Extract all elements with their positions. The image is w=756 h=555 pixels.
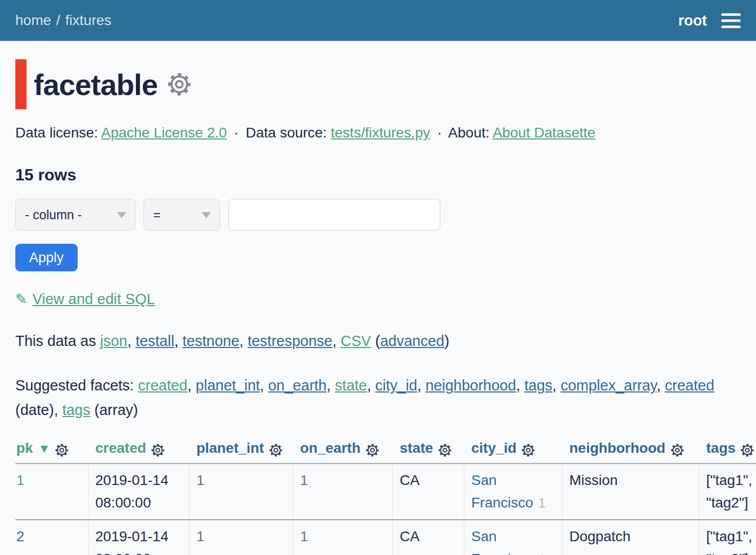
column-gear-icon[interactable] bbox=[522, 444, 535, 457]
export-link-testresponse[interactable]: testresponse bbox=[248, 333, 333, 349]
sql-line: ✎View and edit SQL bbox=[15, 291, 741, 308]
facet-link-created-date[interactable]: created bbox=[665, 377, 715, 394]
city-link[interactable]: San Francisco bbox=[471, 528, 533, 555]
dot-separator: · bbox=[437, 125, 442, 141]
column-gear-icon[interactable] bbox=[438, 444, 452, 457]
filter-value-input[interactable] bbox=[228, 199, 440, 230]
filter-column-select[interactable]: - column - bbox=[15, 199, 135, 230]
table-row: 2 2019-01-14 08:00:00 1 1 CA San Francis… bbox=[15, 520, 756, 555]
page-title: facetable bbox=[34, 67, 157, 102]
export-link-advanced[interactable]: advanced bbox=[380, 333, 444, 349]
cell-planet-int: 1 bbox=[189, 464, 293, 520]
export-line: This data as json, testall, testnone, te… bbox=[15, 330, 741, 352]
column-header-pk: pk▼ bbox=[15, 437, 88, 464]
column-header-city-id-link[interactable]: city_id bbox=[471, 440, 517, 456]
column-gear-icon[interactable] bbox=[741, 444, 754, 457]
city-id-value: 1 bbox=[538, 496, 546, 510]
cell-state: CA bbox=[392, 520, 464, 555]
title-accent-bar bbox=[15, 59, 27, 109]
column-header-created: created bbox=[88, 437, 189, 464]
cell-neighborhood: Dogpatch bbox=[562, 520, 699, 555]
city-link[interactable]: San Francisco bbox=[471, 472, 533, 511]
breadcrumb-home-link[interactable]: home bbox=[15, 12, 51, 28]
rows-table: pk▼ created planet_int on_earth state bbox=[15, 437, 756, 555]
facet-link-tags-array[interactable]: tags bbox=[62, 402, 90, 418]
facet-link-state[interactable]: state bbox=[335, 377, 367, 394]
facet-link-planet-int[interactable]: planet_int bbox=[196, 377, 260, 394]
top-nav-bar: home/fixtures root bbox=[0, 0, 756, 41]
row-count-heading: 15 rows bbox=[15, 166, 741, 184]
facet-suffix: (date) bbox=[15, 402, 54, 418]
export-link-json[interactable]: json bbox=[100, 333, 127, 349]
column-header-created-link[interactable]: created bbox=[96, 440, 147, 456]
separator: , bbox=[333, 333, 341, 349]
column-header-tags: tags bbox=[699, 437, 756, 464]
row-pk-link[interactable]: 2 bbox=[16, 528, 25, 544]
city-id-value: 1 bbox=[538, 552, 546, 555]
facet-link-created[interactable]: created bbox=[138, 377, 187, 394]
export-link-testall[interactable]: testall bbox=[135, 333, 174, 349]
column-header-neighborhood: neighborhood bbox=[562, 437, 699, 464]
column-gear-icon[interactable] bbox=[55, 444, 68, 457]
license-link[interactable]: Apache License 2.0 bbox=[101, 125, 227, 141]
facet-link-city-id[interactable]: city_id bbox=[375, 377, 417, 394]
paren-open: ( bbox=[375, 333, 381, 349]
cell-tags: ["tag1", "tag2"] bbox=[699, 464, 756, 520]
apply-button[interactable]: Apply bbox=[15, 244, 78, 271]
cell-neighborhood: Mission bbox=[562, 464, 699, 520]
column-header-planet-int-link[interactable]: planet_int bbox=[197, 440, 264, 456]
column-header-state: state bbox=[392, 437, 464, 464]
cell-city-id: San Francisco1 bbox=[464, 464, 562, 520]
separator: , bbox=[260, 377, 268, 394]
table-row: 1 2019-01-14 08:00:00 1 1 CA San Francis… bbox=[15, 464, 756, 520]
separator: , bbox=[417, 377, 426, 394]
paren-close: ) bbox=[444, 333, 450, 349]
rows-table-wrapper: pk▼ created planet_int on_earth state bbox=[15, 437, 756, 555]
column-gear-icon[interactable] bbox=[366, 444, 379, 457]
metadata-line: Data license: Apache License 2.0 · Data … bbox=[15, 123, 741, 143]
column-header-neighborhood-link[interactable]: neighborhood bbox=[570, 440, 666, 456]
column-header-on-earth-link[interactable]: on_earth bbox=[300, 440, 361, 456]
column-gear-icon[interactable] bbox=[671, 444, 684, 457]
separator: , bbox=[240, 333, 248, 349]
cell-created: 2019-01-14 08:00:00 bbox=[88, 464, 189, 520]
cell-on-earth: 1 bbox=[293, 464, 392, 520]
separator: , bbox=[54, 402, 62, 418]
separator: , bbox=[656, 377, 665, 394]
breadcrumb: home/fixtures bbox=[15, 12, 111, 29]
separator: , bbox=[552, 377, 560, 394]
cell-created: 2019-01-14 08:00:00 bbox=[88, 520, 189, 555]
export-link-testnone[interactable]: testnone bbox=[182, 333, 239, 349]
facet-link-neighborhood[interactable]: neighborhood bbox=[426, 377, 516, 394]
source-label: Data source: bbox=[246, 125, 327, 141]
column-gear-icon[interactable] bbox=[269, 444, 282, 457]
facet-link-complex-array[interactable]: complex_array bbox=[560, 377, 656, 394]
filter-operator-select[interactable]: = bbox=[144, 199, 220, 230]
source-link[interactable]: tests/fixtures.py bbox=[331, 125, 431, 141]
column-header-state-link[interactable]: state bbox=[400, 440, 433, 456]
breadcrumb-fixtures-link[interactable]: fixtures bbox=[65, 12, 111, 28]
column-header-pk-link[interactable]: pk bbox=[16, 440, 33, 456]
table-header-row: pk▼ created planet_int on_earth state bbox=[15, 437, 756, 464]
facet-suffix: (array) bbox=[90, 402, 138, 418]
sort-desc-icon: ▼ bbox=[38, 442, 51, 455]
separator: , bbox=[127, 333, 135, 349]
pencil-icon: ✎ bbox=[15, 291, 27, 307]
facet-link-tags[interactable]: tags bbox=[524, 377, 552, 394]
menu-icon[interactable] bbox=[721, 11, 741, 30]
facet-link-on-earth[interactable]: on_earth bbox=[268, 377, 327, 394]
column-header-tags-link[interactable]: tags bbox=[706, 440, 736, 456]
separator: , bbox=[516, 377, 524, 394]
table-settings-gear-icon[interactable] bbox=[168, 73, 191, 96]
separator: , bbox=[174, 333, 182, 349]
row-pk-link[interactable]: 1 bbox=[16, 472, 25, 488]
about-link[interactable]: About Datasette bbox=[493, 125, 596, 141]
about-label: About: bbox=[448, 125, 489, 141]
dot-separator: · bbox=[234, 125, 239, 141]
column-gear-icon[interactable] bbox=[151, 444, 164, 457]
logged-in-user: root bbox=[678, 12, 707, 29]
view-edit-sql-link[interactable]: View and edit SQL bbox=[32, 291, 155, 307]
column-header-planet-int: planet_int bbox=[189, 437, 293, 464]
export-link-csv[interactable]: CSV bbox=[341, 333, 371, 349]
cell-city-id: San Francisco1 bbox=[464, 520, 562, 555]
